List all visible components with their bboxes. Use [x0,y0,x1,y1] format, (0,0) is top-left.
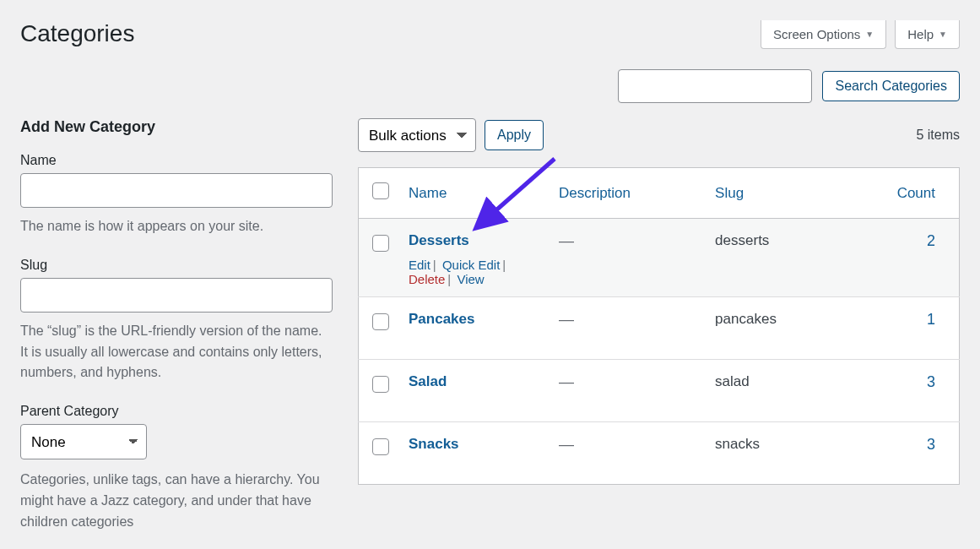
category-slug: snacks [715,436,760,452]
category-count[interactable]: 1 [927,311,935,328]
screen-options-label: Screen Options [773,27,860,41]
parent-description: Categories, unlike tags, can have a hier… [20,470,333,532]
col-name[interactable]: Name [409,185,447,201]
row-checkbox[interactable] [372,235,389,252]
category-slug: pancakes [715,311,777,327]
help-tab[interactable]: Help ▼ [895,20,960,49]
slug-description: The “slug” is the URL-friendly version o… [20,321,333,383]
slug-label: Slug [20,258,333,273]
category-count[interactable]: 3 [927,436,935,453]
name-description: The name is how it appears on your site. [20,216,333,237]
items-count: 5 items [916,128,960,143]
category-slug: desserts [715,232,769,248]
row-actions: Edit| Quick Edit| Delete| View [409,258,542,286]
category-name[interactable]: Snacks [409,436,459,452]
name-field[interactable] [20,173,333,208]
category-name[interactable]: Pancakes [409,311,474,327]
col-count[interactable]: Count [897,185,935,201]
select-all-checkbox[interactable] [372,182,389,199]
apply-button[interactable]: Apply [485,120,544,150]
category-count[interactable]: 2 [927,232,935,249]
add-new-category-heading: Add New Category [20,118,333,136]
table-row: Desserts Edit| Quick Edit| Delete| View … [359,219,960,297]
category-count[interactable]: 3 [927,373,935,390]
categories-table: Name Description Slug Count Desserts Edi… [358,167,960,485]
view-link[interactable]: View [457,272,484,286]
category-name[interactable]: Salad [409,373,447,389]
parent-select[interactable]: None [20,424,147,459]
col-description[interactable]: Description [559,185,631,201]
row-checkbox[interactable] [372,376,389,393]
col-slug[interactable]: Slug [715,185,744,201]
category-description: — [559,311,574,328]
row-checkbox[interactable] [372,438,389,455]
category-slug: salad [715,373,750,389]
search-button[interactable]: Search Categories [822,71,960,101]
delete-link[interactable]: Delete [409,272,445,286]
quick-edit-link[interactable]: Quick Edit [442,258,500,272]
parent-label: Parent Category [20,404,333,419]
search-input[interactable] [618,69,812,103]
table-row: Snacks — snacks 3 [359,422,960,485]
edit-link[interactable]: Edit [409,258,430,272]
category-name[interactable]: Desserts [409,232,469,248]
category-description: — [559,232,574,249]
category-description: — [559,373,574,390]
chevron-down-icon: ▼ [939,30,947,39]
chevron-down-icon: ▼ [865,30,874,39]
row-checkbox[interactable] [372,313,389,330]
table-row: Salad — salad 3 [359,360,960,422]
slug-field[interactable] [20,278,333,313]
screen-options-tab[interactable]: Screen Options ▼ [761,20,886,49]
name-label: Name [20,153,333,168]
category-description: — [559,436,574,453]
help-label: Help [907,27,934,41]
bulk-actions-select[interactable]: Bulk actions [358,118,476,152]
table-row: Pancakes — pancakes 1 [359,297,960,360]
